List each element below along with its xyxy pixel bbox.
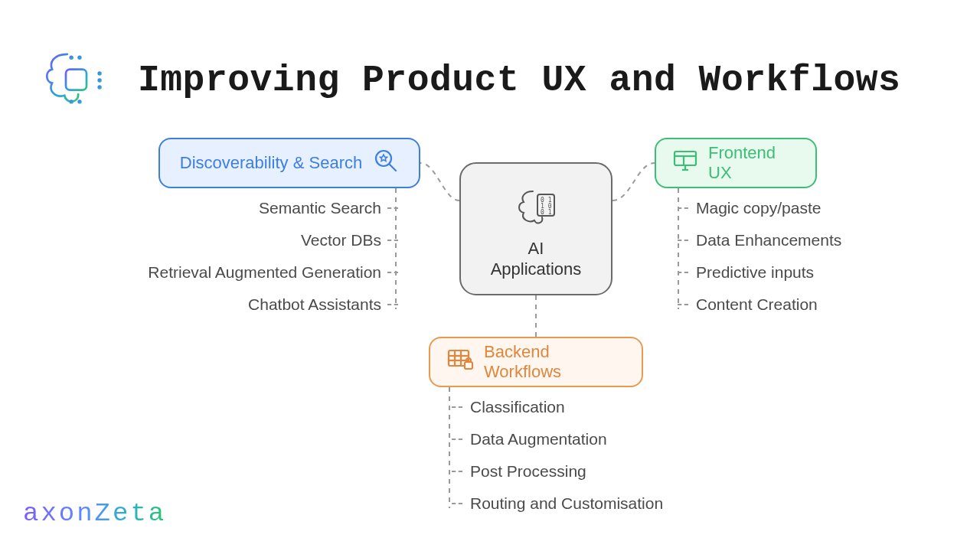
svg-point-12	[70, 99, 74, 103]
svg-rect-0	[66, 70, 87, 90]
frontend-items: Magic copy/paste Data Enhancements Predi…	[678, 199, 841, 314]
list-item: Retrieval Augmented Generation	[148, 263, 398, 282]
brand-wordmark: axonZeta	[23, 499, 166, 528]
connector-tick-icon	[387, 240, 398, 241]
backend-items: Classification Data Augmentation Post Pr…	[452, 398, 663, 513]
discoverability-items: Semantic Search Vector DBs Retrieval Aug…	[148, 199, 398, 314]
connector-tick-icon	[387, 272, 398, 273]
svg-point-10	[77, 56, 81, 60]
brain-binary-icon: 0 1 1 0 0 1	[514, 187, 557, 230]
list-item: Classification	[452, 398, 663, 416]
node-frontend-ux: Frontend UX	[655, 138, 817, 188]
magnifier-star-icon	[373, 148, 399, 178]
svg-point-14	[77, 99, 81, 103]
svg-point-23	[376, 151, 391, 166]
svg-rect-25	[675, 152, 696, 165]
list-item: Post Processing	[452, 462, 663, 481]
svg-text:0 1: 0 1	[541, 209, 552, 216]
list-item: Predictive inputs	[678, 263, 814, 282]
brain-chip-icon	[38, 46, 107, 115]
page-title: Improving Product UX and Workflows	[138, 60, 900, 101]
svg-point-4	[97, 78, 101, 82]
connector-tick-icon	[387, 304, 398, 305]
connector-tick-icon	[678, 304, 688, 305]
connector-tick-icon	[452, 503, 462, 504]
svg-line-24	[390, 165, 396, 171]
svg-point-6	[97, 85, 101, 89]
list-item: Data Enhancements	[678, 231, 841, 249]
svg-point-8	[70, 56, 74, 60]
node-label: Discoverability & Search	[180, 153, 362, 173]
svg-rect-35	[465, 362, 472, 369]
list-item: Magic copy/paste	[678, 199, 821, 217]
monitor-layout-icon	[673, 149, 697, 177]
slide-header: Improving Product UX and Workflows	[38, 46, 900, 115]
list-item: Routing and Customisation	[452, 494, 663, 513]
list-item: Semantic Search	[259, 199, 398, 217]
connector-tick-icon	[678, 207, 688, 209]
svg-point-2	[97, 71, 101, 75]
node-backend-workflows: Backend Workflows	[429, 337, 643, 387]
node-discoverability-search: Discoverability & Search	[158, 138, 420, 188]
node-label: Backend Workflows	[484, 342, 625, 382]
center-node-label: AI Applications	[491, 238, 582, 280]
connector-tick-icon	[678, 240, 688, 241]
table-lock-icon	[447, 348, 473, 376]
list-item: Data Augmentation	[452, 430, 663, 448]
connector-tick-icon	[452, 439, 462, 440]
connector-tick-icon	[452, 471, 462, 472]
list-item: Chatbot Assistants	[248, 295, 398, 314]
list-item: Vector DBs	[301, 231, 398, 249]
list-item: Content Creation	[678, 295, 818, 314]
node-label: Frontend UX	[708, 143, 799, 183]
center-node-ai-applications: 0 1 1 0 0 1 AI Applications	[459, 162, 612, 295]
connector-tick-icon	[387, 207, 398, 209]
connector-tick-icon	[678, 272, 688, 273]
connector-tick-icon	[452, 406, 462, 408]
